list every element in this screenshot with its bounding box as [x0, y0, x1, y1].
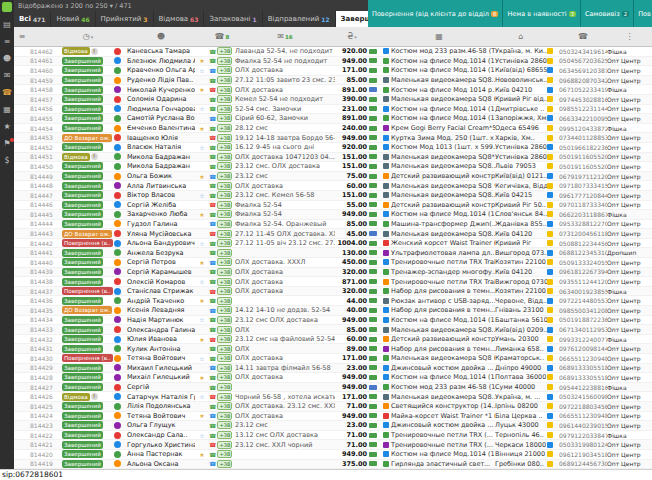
order-note[interactable]: 23.12 смс [235, 421, 335, 430]
row-select[interactable] [14, 162, 30, 171]
star-icon[interactable]: ★ [195, 124, 209, 133]
client-name[interactable]: Іващенко Юлія [127, 133, 195, 142]
status-cell[interactable]: Завершений [62, 373, 114, 382]
table-row[interactable]: 814449 Завершений Ольга Божик ★ ☎ +ЗВ 23… [14, 172, 652, 182]
star-icon[interactable] [195, 364, 209, 373]
client-name[interactable]: Руденко Лідія Пав.. [127, 76, 195, 85]
product-cell[interactable]: Набор для рисования в темн... [383, 287, 495, 296]
callback-cell[interactable]: ☎ +ЗВ [209, 76, 235, 85]
row-select[interactable] [14, 460, 30, 469]
client-name[interactable]: Ксенія Левадняя [127, 306, 195, 315]
client-name[interactable]: Захарченко Люба [127, 210, 195, 219]
client-phone[interactable]: 0971807333415 [559, 181, 607, 190]
order-note[interactable]: 23.12 смс [235, 172, 335, 181]
order-note[interactable]: 16.12 9-45 на сього дні [235, 143, 335, 152]
star-icon[interactable] [195, 306, 209, 315]
delivery-header-icon[interactable]: ⌂ [495, 27, 547, 46]
order-note[interactable]: ОЛХ доставка. ХХХЛ [235, 258, 335, 267]
product-cell[interactable]: Тренировочные петли TRX Trai... [383, 277, 495, 286]
table-row[interactable]: 814460 Завершений Кравченко Ольга Ар.. ☆… [14, 66, 652, 76]
client-phone[interactable]: 0961777120844 [559, 191, 607, 200]
star-icon[interactable] [195, 162, 209, 171]
status-cell[interactable]: Завершений [62, 421, 114, 430]
client-name[interactable]: Юлия Иванова [127, 335, 195, 344]
product-cell[interactable]: Джинсовый костюм двойка ... [383, 364, 495, 373]
row-select[interactable] [14, 114, 30, 123]
client-name[interactable]: Уляна Мусійовська [127, 229, 195, 238]
calls-icon[interactable]: ☎ [2, 89, 12, 97]
table-row[interactable]: 814453 ДО Возврат ож. Іващенко Юлія ☎ +З… [14, 133, 652, 143]
product-cell[interactable]: Костюм мод 233 разм 46-58 (1... [383, 383, 495, 392]
star-icon[interactable]: ☆ [195, 431, 209, 440]
client-phone[interactable]: 0503243419614 [559, 47, 607, 56]
product-cell[interactable]: Костюм Мод 1013 (1шт. х 599.00... [383, 143, 495, 152]
client-name[interactable]: Михаил Гилецький [127, 364, 195, 373]
status-cell[interactable]: Завершений [62, 76, 114, 85]
status-cell[interactable]: ДО Возврат ож. [62, 306, 114, 315]
calls-header-icon[interactable]: ☎8 [209, 27, 235, 46]
comments-header-icon[interactable]: ✉16 [235, 27, 335, 46]
callback-cell[interactable]: ☎ +ЗВ [209, 133, 235, 142]
client-phone[interactable]: 0935511244120 [559, 277, 607, 286]
table-row[interactable]: 814423 Завершений Ольга Глущук ☎ +ЗВ 23.… [14, 421, 652, 431]
client-name[interactable]: Надія Мартинюк [127, 316, 195, 325]
callback-cell[interactable]: ☎ +ЗВ [209, 85, 235, 94]
callback-cell[interactable]: ☎ +ЗВ [209, 172, 235, 181]
client-name[interactable]: Алла Литвинська [127, 181, 195, 190]
order-note[interactable] [235, 248, 335, 257]
callback-cell[interactable]: ☎ +ЗВ [209, 287, 235, 296]
table-row[interactable]: 814432 Завершений Юлия Иванова ★ ☎ +ЗВ 2… [14, 335, 652, 345]
order-note[interactable]: ОЛХ доставка [235, 287, 335, 296]
row-select[interactable] [14, 392, 30, 401]
product-cell[interactable]: Крем Gogi Berry Facial Cream*5... [383, 124, 495, 133]
product-cell[interactable]: Тренировочные петли TRX Trai... [383, 258, 495, 267]
pill-Самовивіз[interactable]: Самовивіз2 [581, 0, 634, 27]
client-name[interactable]: Сергій [127, 383, 195, 392]
client-name[interactable]: Лілія Подолянська [127, 402, 195, 411]
table-row[interactable]: 814444 Завершений Гудзол Галина ☎ +ЗВ Фи… [14, 220, 652, 230]
status-cell[interactable]: Завершений [62, 248, 114, 257]
tab-Завершений[interactable]: Завершений 278 [336, 11, 368, 27]
client-name[interactable]: Альона Бандурович [127, 239, 195, 248]
client-phone[interactable]: 0634001923855 [559, 287, 607, 296]
row-select[interactable] [14, 344, 30, 353]
table-row[interactable]: 814422 Завершений Олександр Сала.. ☆ ☎ +… [14, 431, 652, 441]
order-note[interactable]: Кемел 52-54 не подходит [235, 95, 335, 104]
status-cell[interactable]: Відмова ! [62, 47, 114, 56]
client-name[interactable]: Олексій Комаров [127, 277, 195, 286]
table-row[interactable]: 814437 Повернення (в.. Станіслав Стрижак… [14, 287, 652, 297]
client-phone[interactable]: 0508812234456 [559, 239, 607, 248]
order-note[interactable] [235, 383, 335, 392]
callback-cell[interactable]: ☎ +ЗВ [209, 201, 235, 210]
tab-Всі[interactable]: Всі 471 [14, 11, 51, 27]
callback-cell[interactable]: ☎ +ЗВ [209, 344, 235, 353]
client-name[interactable]: Николай Кучеренко [127, 85, 195, 94]
table-row[interactable]: 814456 Завершений Людмила Гончарова ☆ ☎ … [14, 105, 652, 115]
client-name[interactable]: Сергій Желіба [127, 201, 195, 210]
order-note[interactable]: ОЛХ доставка [235, 373, 335, 382]
callback-cell[interactable]: ☎ +ЗВ [209, 392, 235, 401]
product-cell[interactable]: Костюм на флисе Мод.1014 (1... [383, 316, 495, 325]
client-name[interactable]: Сатарчук Наталія Гр.. [127, 392, 195, 401]
client-name[interactable]: Михаіл Гилецький [127, 373, 195, 382]
client-name[interactable]: Блезнюк Людмила А.. [127, 57, 195, 66]
star-icon[interactable]: ☆ [195, 316, 209, 325]
order-note[interactable]: 14.11 завтра філмайл 56-58 [235, 364, 335, 373]
status-cell[interactable]: Завершений [62, 172, 114, 181]
client-name[interactable]: Олександр Сала.. [127, 431, 195, 440]
client-name[interactable]: Микола Бадражан [127, 162, 195, 171]
status-cell[interactable]: Завершений [62, 344, 114, 353]
status-cell[interactable]: Завершений [62, 383, 114, 392]
client-name[interactable]: Гудзол Галина [127, 220, 195, 229]
row-select[interactable] [14, 105, 30, 114]
orders-icon[interactable]: ≡ [4, 38, 11, 46]
client-name[interactable]: Тетяна Войтович [127, 412, 195, 421]
status-cell[interactable]: Завершений [62, 191, 114, 200]
status-cell[interactable]: Завершений [62, 325, 114, 334]
tab-Прийнятий[interactable]: Прийнятий 3 [96, 11, 154, 27]
product-cell[interactable]: Маленькая видеокамера SQ8... [383, 191, 495, 200]
client-phone[interactable]: 0689133305518 [559, 364, 607, 373]
row-select[interactable] [14, 201, 30, 210]
status-cell[interactable]: Завершений [62, 95, 114, 104]
order-note[interactable]: Фиалка 52-54. Оранжевый [235, 220, 335, 229]
